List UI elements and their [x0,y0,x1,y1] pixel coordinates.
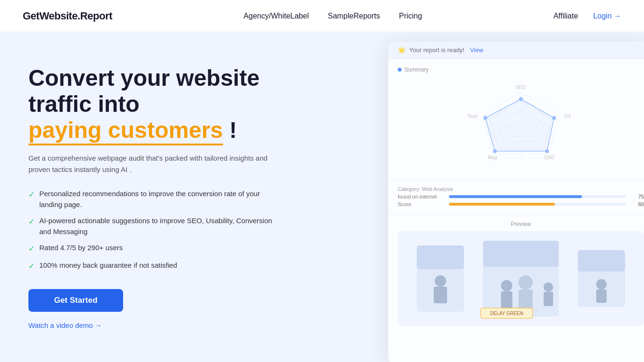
checklist-text-2: AI-powered actionable suggestions to imp… [39,216,280,237]
hero-title-line1: Convert your website traffic into [28,65,259,117]
chart-area: SEO UX CRO Msg Tech [398,78,644,172]
category-label: Category: Web Analysis [398,186,644,192]
svg-text:UX: UX [564,114,571,119]
svg-point-13 [483,116,487,120]
svg-rect-27 [501,291,512,308]
checklist-item-2: ✓ AI-powered actionable suggestions to i… [28,216,280,237]
main-container: Convert your website traffic into paying… [0,32,644,362]
score-track-1 [449,195,626,198]
hero-subtitle: Get a comprehensive webpage audit that's… [28,153,280,175]
score-bar-2: Score 60 [398,201,644,207]
svg-text:Msg: Msg [488,155,497,160]
category-section: Category: Web Analysis found on internet… [388,181,644,215]
view-report-link[interactable]: View [470,46,483,54]
preview-section: Preview [388,215,644,332]
svg-rect-33 [578,250,625,272]
svg-rect-23 [434,287,447,303]
svg-text:CRO: CRO [544,155,555,160]
navbar-right: Affiliate Login → [554,12,621,20]
checklist-item-4: ✓ 100% money back guarantee if not satis… [28,260,280,272]
svg-point-9 [519,97,523,101]
checklist-text-1: Personalized recommendations to improve … [39,189,280,210]
right-content: 🌟 Your report is ready! View Summary [303,32,644,362]
nav-link-pricing[interactable]: Pricing [399,12,422,20]
hero-title: Convert your website traffic into paying… [28,65,280,144]
preview-label: Preview [398,221,644,227]
svg-point-11 [545,149,549,153]
check-icon-2: ✓ [28,216,35,227]
svg-point-12 [493,149,497,153]
checklist-item-1: ✓ Personalized recommendations to improv… [28,189,280,210]
get-started-button[interactable]: Get Started [28,289,123,312]
nav-link-affiliate[interactable]: Affiliate [554,12,578,20]
check-icon-3: ✓ [28,243,35,254]
report-ready-text: Your report is ready! [409,46,465,54]
checklist-text-3: Rated 4.7/5 by 290+ users [39,243,123,253]
preview-panel: 🌟 Your report is ready! View Summary [388,42,644,362]
left-content: Convert your website traffic into paying… [0,32,303,362]
summary-dot [398,68,402,72]
summary-label: Summary [398,66,644,73]
score-value-2: 60 [630,201,644,207]
score-track-2 [449,203,626,206]
score-value-1: 75 [630,194,644,199]
svg-rect-25 [483,241,559,267]
checklist-item-3: ✓ Rated 4.7/5 by 290+ users [28,243,280,254]
checklist: ✓ Personalized recommendations to improv… [28,189,280,272]
svg-point-34 [596,279,607,290]
score-fill-1 [449,195,582,198]
arrow-icon: → [614,12,621,20]
nav-link-login[interactable]: Login → [593,12,621,20]
radar-chart: SEO UX CRO Msg Tech [455,82,587,168]
svg-point-22 [435,275,446,287]
preview-image-area: DELAY GREEN [398,231,644,326]
svg-point-28 [519,275,533,290]
navbar: GetWebsite.Report Agency/WhiteLabel Samp… [0,0,644,32]
nav-link-samplereports[interactable]: SampleReports [328,12,380,20]
score-label-2: Score [398,201,445,207]
navbar-center: Agency/WhiteLabel SampleReports Pricing [243,12,422,20]
svg-point-10 [552,116,556,120]
svg-text:DELAY GREEN: DELAY GREEN [490,311,523,316]
svg-rect-35 [596,290,607,303]
svg-text:SEO: SEO [516,85,526,90]
svg-marker-4 [485,99,554,151]
star-icon: 🌟 [398,46,405,54]
score-fill-2 [449,203,555,206]
svg-point-30 [544,282,553,292]
check-icon-4: ✓ [28,261,35,272]
score-label-1: found on internet [398,194,445,199]
navbar-logo[interactable]: GetWebsite.Report [23,10,112,22]
video-demo-link[interactable]: Watch a video demo → [28,321,280,329]
svg-rect-29 [519,290,533,308]
checklist-text-4: 100% money back guarantee if not satisfi… [39,260,177,271]
check-icon-1: ✓ [28,189,35,200]
svg-rect-31 [544,292,553,306]
hero-title-exclaim: ! [229,118,237,143]
score-bar-1: found on internet 75 [398,194,644,199]
svg-text:Tech: Tech [467,114,477,119]
website-preview-svg: DELAY GREEN [398,231,644,326]
nav-link-agency[interactable]: Agency/WhiteLabel [243,12,309,20]
svg-point-26 [501,280,512,291]
hero-title-highlight: paying customers [28,118,223,145]
report-banner: 🌟 Your report is ready! View [388,42,644,59]
svg-rect-21 [417,245,464,269]
summary-section: Summary [388,59,644,181]
